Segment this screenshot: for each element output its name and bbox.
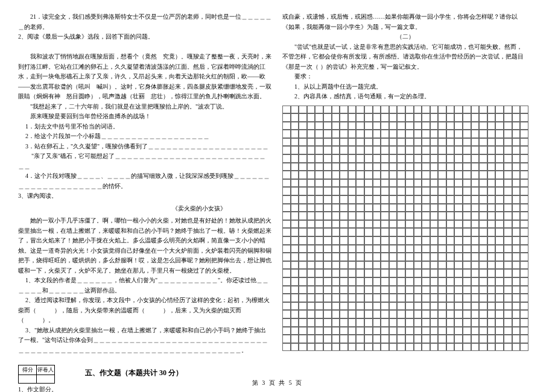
question-21: 21．读完全文，我们感受到弗洛斯特女士不仅是一位严厉的老师，同时也是一位＿＿＿＿…: [18, 12, 271, 32]
page-footer: 第 3 页 共 5 页: [0, 379, 555, 387]
composition-grid[interactable]: [282, 106, 528, 352]
story-title: 《卖火柴的小女孩》: [127, 204, 271, 214]
question-2-stem: 2、阅读《最后一头战象》选段，回答下面的问题。: [18, 32, 271, 42]
sub-q2: 2．给这个片段加一个小标题＿＿＿＿＿＿＿＿＿＿＿＿＿＿＿＿＿＿: [18, 131, 271, 142]
prompt-continuation: 或自豪，或遗憾，或后悔，或困惑……如果你能再做一回小学生，你将会怎样呢？请你以《…: [282, 12, 528, 32]
passage-1: 我和波农丁悄悄地跟在嘎羧后面，想看个（竟然 究竟）。嘎羧走了整整一夜，天亮时，来…: [18, 52, 271, 102]
exam-page: 21．读完全文，我们感受到弗洛斯特女士不仅是一位严厉的老师，同时也是一位＿＿＿＿…: [0, 0, 555, 369]
sub-q4: 4．这个片段对嘎羧＿＿＿＿、＿＿＿＿的描写细致入微，让我深深感受到嘎羧＿＿＿＿＿…: [18, 171, 271, 191]
question-3-stem: 3、课内阅读。: [18, 191, 271, 201]
prompt-two-text: "尝试"也就是试一试，这是非常有意思的实践活动。它可能成功，也可能失败。然而，不…: [282, 42, 528, 72]
left-column: 21．读完全文，我们感受到弗洛斯特女士不仅是一位严厉的老师，同时也是一位＿＿＿＿…: [18, 12, 271, 363]
sub-q1: 1．划去文中括号里不恰当的词语。: [18, 122, 271, 132]
passage-3: 原来嘎羧是要回到当年曾经浴血搏杀的战场！: [18, 112, 271, 122]
requirement-1: 1、从以上两题中任选一题完成。: [282, 82, 528, 92]
grader-label: 评卷人: [37, 365, 55, 375]
story-paragraph: 她的一双小手几乎冻僵了。啊，哪怕一根小小的火柴，对她也是有好处的！她敢从成把的火…: [18, 216, 271, 276]
right-column: 或自豪，或遗憾，或后悔，或困惑……如果你能再做一回小学生，你将会怎样呢？请你以《…: [282, 12, 528, 363]
blank-line: [18, 42, 271, 52]
requirement-2: 2、内容具体，感情真，语句通顺，有一定的条理。: [282, 92, 528, 102]
story-q2: 2、通过阅读和理解，你发现，本文段中，小女孩的心情经历了这样的变化：起初，为檫燃…: [18, 296, 271, 326]
sub-q3: 3．站在卵石上，"久久凝望"，嘎羧仿佛看到了＿＿＿＿＿＿＿＿＿＿＿＿＿＿＿＿＿＿…: [18, 142, 271, 152]
story-q3: 3、"她敢从成把的火柴里抽出一根，在墙上擦燃了，来暖暖和和自己的小手吗？她终于抽…: [18, 326, 271, 356]
section-5-title: 五、作文题（本题共计 30 分）: [85, 367, 183, 379]
story-q1: 1、本文段的作者是＿＿＿＿＿＿，他被人们誉为"＿＿＿＿＿＿＿＿＿＿"。你还读过他…: [18, 276, 271, 296]
requirements-heading: 要求：: [282, 72, 528, 82]
prompt-two-heading: （二）: [282, 32, 528, 42]
sub-q3b: "亲了又亲"礁石，它可能想起了＿＿＿＿＿＿＿＿＿＿＿＿＿＿＿＿＿＿＿＿＿＿＿＿＿…: [18, 151, 271, 171]
score-label: 得分: [19, 365, 37, 375]
passage-2: "我想起来了，二十六年前，我们就是在这里把嘎羧抬上岸的。"波农丁说。: [18, 102, 271, 112]
